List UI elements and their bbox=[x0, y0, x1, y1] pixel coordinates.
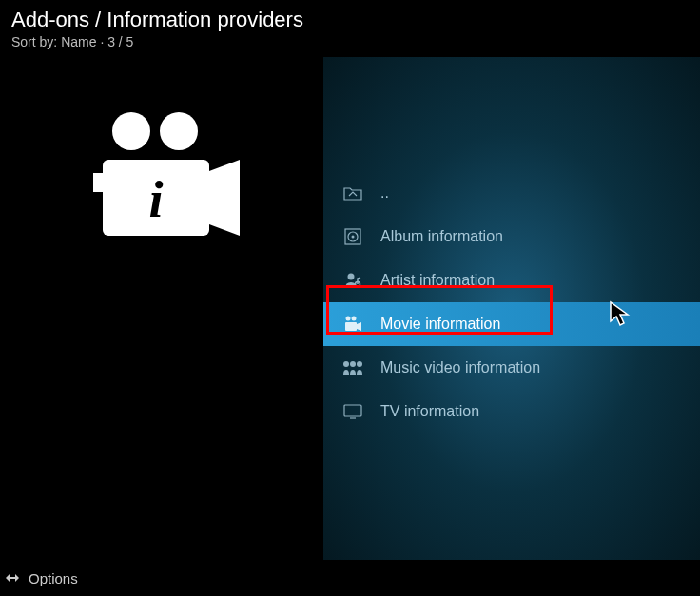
header: Add-ons / Information providers Sort by:… bbox=[0, 0, 700, 57]
options-label[interactable]: Options bbox=[29, 570, 78, 586]
list-item-movie[interactable]: Movie information bbox=[323, 302, 700, 346]
svg-point-13 bbox=[343, 361, 349, 367]
breadcrumb: Add-ons / Information providers bbox=[11, 8, 689, 32]
right-panel: .. Album information Arti bbox=[323, 57, 700, 567]
separator: · bbox=[100, 34, 107, 49]
options-icon[interactable] bbox=[4, 569, 21, 586]
list-item-label: TV information bbox=[380, 403, 479, 420]
footer: Options bbox=[0, 560, 700, 596]
list-item-artist[interactable]: Artist information bbox=[323, 259, 700, 302]
list-item-label: Album information bbox=[380, 228, 503, 245]
svg-rect-3 bbox=[93, 173, 103, 192]
position-indicator: 3 / 5 bbox=[107, 34, 133, 49]
tv-icon bbox=[342, 401, 363, 422]
svg-rect-12 bbox=[345, 322, 357, 331]
list-item-label: Music video information bbox=[380, 359, 540, 376]
svg-text:i: i bbox=[148, 171, 163, 228]
info-provider-category-icon: i bbox=[76, 105, 247, 270]
list-item-music-video[interactable]: Music video information bbox=[323, 346, 700, 390]
artist-icon bbox=[342, 270, 363, 291]
list-item-tv[interactable]: TV information bbox=[323, 390, 700, 433]
svg-point-11 bbox=[352, 317, 357, 321]
list-item-label: Artist information bbox=[380, 272, 495, 289]
left-panel: i bbox=[0, 57, 323, 567]
svg-point-10 bbox=[346, 317, 351, 321]
folder-up-icon bbox=[342, 183, 363, 203]
main-content: i .. Album information bbox=[0, 57, 700, 567]
movie-icon bbox=[342, 314, 363, 335]
svg-point-8 bbox=[348, 274, 355, 280]
list-item-album[interactable]: Album information bbox=[323, 215, 700, 259]
sort-label[interactable]: Sort by: Name bbox=[11, 34, 96, 49]
svg-point-0 bbox=[112, 112, 150, 150]
svg-point-15 bbox=[357, 361, 362, 367]
list-item-parent[interactable]: .. bbox=[323, 171, 700, 215]
list-item-label: Movie information bbox=[380, 316, 500, 333]
svg-point-14 bbox=[350, 361, 356, 367]
subheader: Sort by: Name · 3 / 5 bbox=[11, 34, 689, 49]
music-video-icon bbox=[342, 357, 363, 378]
svg-point-1 bbox=[160, 112, 198, 150]
svg-rect-16 bbox=[344, 405, 361, 416]
list-item-label: .. bbox=[380, 184, 389, 202]
album-icon bbox=[342, 226, 363, 247]
svg-point-7 bbox=[352, 236, 355, 239]
